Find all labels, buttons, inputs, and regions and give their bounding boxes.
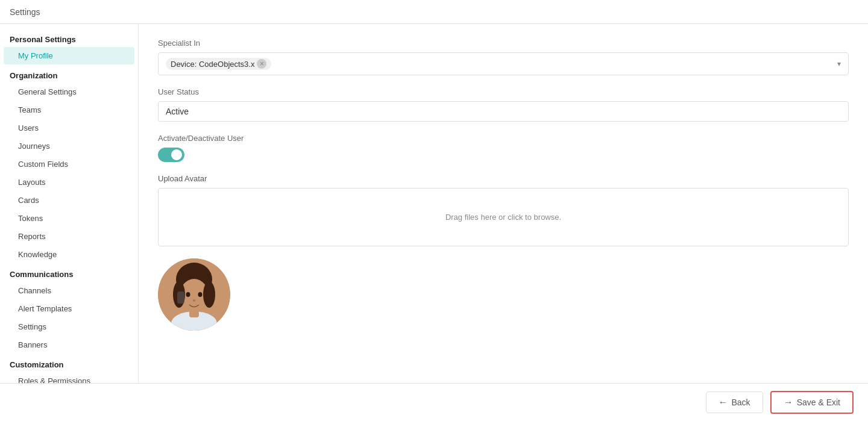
sidebar-item-knowledge[interactable]: Knowledge (4, 246, 134, 263)
main-layout: Personal Settings My Profile Organizatio… (0, 24, 868, 383)
sidebar-item-teams[interactable]: Teams (4, 101, 134, 119)
sidebar-item-layouts[interactable]: Layouts (4, 173, 134, 191)
svg-point-8 (186, 292, 190, 297)
section-customization: Customization (0, 354, 138, 372)
sidebar-item-custom-fields[interactable]: Custom Fields (4, 155, 134, 173)
sidebar-item-roles-permissions[interactable]: Roles & Permissions (4, 372, 134, 383)
back-label: Back (732, 398, 750, 407)
activate-toggle[interactable] (158, 148, 184, 162)
sidebar-item-journeys[interactable]: Journeys (4, 137, 134, 155)
user-status-section: User Status Active (158, 87, 849, 122)
sidebar-item-settings[interactable]: Settings (4, 318, 134, 335)
chip-text: Device: CodeObjects3.x (171, 60, 254, 69)
sidebar-item-general-settings[interactable]: General Settings (4, 83, 134, 101)
section-communications: Communications (0, 264, 138, 281)
chip-close-icon[interactable]: × (257, 59, 266, 69)
section-organization: Organization (0, 65, 138, 83)
save-exit-button[interactable]: → Save & Exit (770, 391, 854, 414)
back-button[interactable]: ← Back (706, 391, 763, 413)
save-label: Save & Exit (797, 398, 840, 407)
avatar-section (158, 258, 849, 331)
sidebar-item-reports[interactable]: Reports (4, 228, 134, 245)
svg-point-5 (203, 281, 215, 308)
sidebar-item-banners[interactable]: Banners (4, 336, 134, 354)
top-bar: Settings (0, 0, 868, 24)
specialist-in-section: Specialist In Device: CodeObjects3.x × ▾ (158, 39, 849, 75)
sidebar-item-users[interactable]: Users (4, 119, 134, 137)
svg-rect-11 (177, 292, 184, 304)
sidebar-item-channels[interactable]: Channels (4, 282, 134, 299)
upload-avatar-label: Upload Avatar (158, 174, 849, 183)
avatar (158, 258, 230, 331)
footer: ← Back → Save & Exit (0, 383, 868, 421)
user-status-input[interactable]: Active (158, 101, 849, 122)
page-title: Settings (10, 7, 40, 17)
svg-rect-7 (189, 308, 199, 317)
svg-point-10 (193, 299, 196, 302)
dropdown-arrow-icon: ▾ (837, 60, 841, 68)
sidebar-item-alert-templates[interactable]: Alert Templates (4, 300, 134, 317)
activate-deactivate-label: Activate/Deactivate User (158, 134, 849, 143)
section-personal-settings: Personal Settings (0, 29, 138, 46)
upload-avatar-section: Upload Avatar Drag files here or click t… (158, 174, 849, 246)
toggle-wrapper (158, 148, 849, 162)
activate-deactivate-section: Activate/Deactivate User (158, 134, 849, 162)
user-status-value: Active (166, 107, 189, 116)
toggle-slider (158, 148, 184, 162)
sidebar-item-tokens[interactable]: Tokens (4, 210, 134, 227)
main-content: Specialist In Device: CodeObjects3.x × ▾… (139, 24, 868, 383)
sidebar-item-cards[interactable]: Cards (4, 192, 134, 209)
user-status-label: User Status (158, 87, 849, 96)
svg-point-9 (198, 292, 203, 297)
specialist-chip: Device: CodeObjects3.x × (166, 58, 271, 70)
specialist-in-label: Specialist In (158, 39, 849, 48)
upload-drop-zone[interactable]: Drag files here or click to browse. (158, 188, 849, 246)
save-icon: → (784, 397, 793, 408)
back-icon: ← (719, 397, 728, 408)
sidebar: Personal Settings My Profile Organizatio… (0, 24, 139, 383)
upload-drag-text: Drag files here or click to browse. (445, 213, 561, 222)
specialist-in-input[interactable]: Device: CodeObjects3.x × ▾ (158, 52, 849, 75)
sidebar-item-my-profile[interactable]: My Profile (4, 47, 134, 64)
